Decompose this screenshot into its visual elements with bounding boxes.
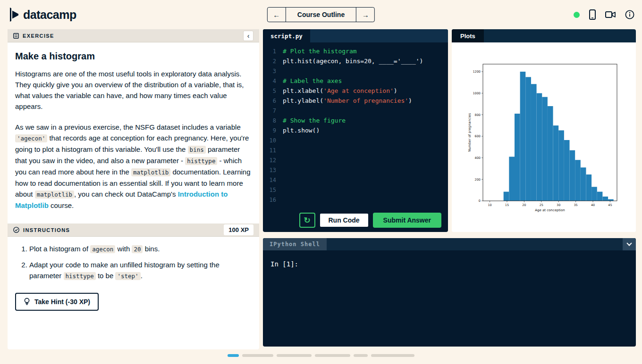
info-icon bbox=[625, 10, 634, 19]
code-line[interactable]: 14 bbox=[263, 175, 448, 185]
code-text: plt.show() bbox=[283, 127, 320, 134]
progress-segment[interactable] bbox=[228, 354, 239, 357]
take-hint-button[interactable]: Take Hint (-30 XP) bbox=[15, 293, 99, 311]
code-line[interactable]: 16 bbox=[263, 195, 448, 205]
code-text: plt.xlabel('Age at conception') bbox=[283, 87, 397, 94]
text-span: to be bbox=[96, 272, 116, 280]
code-line[interactable]: 5plt.xlabel('Age at conception') bbox=[263, 86, 448, 96]
course-outline-nav: ← Course Outline → bbox=[267, 7, 375, 22]
instructions-body: Plot a histogram of agecon with 20 bins.… bbox=[8, 237, 259, 317]
svg-text:400: 400 bbox=[475, 156, 481, 160]
datacamp-logo[interactable]: datacamp bbox=[8, 8, 76, 22]
line-number: 13 bbox=[263, 167, 276, 174]
text-span: Histograms are one of the most useful to… bbox=[15, 70, 244, 110]
reset-icon: ↻ bbox=[304, 216, 310, 225]
plot-figure: 1015202530354045020040060080010001200Age… bbox=[466, 58, 622, 220]
code-editor-panel: script.py 1# Plot the histogram2plt.hist… bbox=[263, 29, 448, 232]
text-span: , you can check out DataCamp's bbox=[74, 190, 178, 198]
svg-text:45: 45 bbox=[608, 203, 612, 207]
progress-segment[interactable] bbox=[277, 354, 312, 357]
mobile-button[interactable] bbox=[589, 9, 596, 20]
video-camera-icon bbox=[605, 11, 616, 18]
svg-text:600: 600 bbox=[475, 134, 481, 138]
histogram-plot: 1015202530354045020040060080010001200Age… bbox=[466, 58, 622, 218]
text-span: bins. bbox=[143, 245, 160, 253]
plots-panel: Plots 1015202530354045020040060080010001… bbox=[452, 29, 636, 232]
code-line[interactable]: 6plt.ylabel('Number of pregnancies') bbox=[263, 96, 448, 106]
shell-collapse-button[interactable] bbox=[623, 238, 636, 250]
line-number: 16 bbox=[263, 197, 276, 203]
course-outline-button[interactable]: Course Outline bbox=[286, 8, 356, 22]
inline-code: 'agecon' bbox=[15, 134, 47, 142]
line-number: 9 bbox=[263, 127, 276, 134]
code-line[interactable]: 3 bbox=[263, 66, 448, 76]
code-line[interactable]: 15 bbox=[263, 185, 448, 195]
text-span: . bbox=[141, 272, 143, 280]
code-line[interactable]: 9plt.show() bbox=[263, 125, 448, 135]
video-button[interactable] bbox=[605, 11, 616, 18]
exercise-body: Make a histogram Histograms are one of t… bbox=[8, 42, 259, 223]
reset-code-button[interactable]: ↻ bbox=[299, 213, 315, 228]
datacamp-logo-icon bbox=[8, 8, 20, 22]
inline-code: 20 bbox=[132, 245, 143, 253]
inline-code: agecon bbox=[90, 245, 115, 253]
lightbulb-icon bbox=[24, 298, 30, 306]
submit-answer-button[interactable]: Submit Answer bbox=[373, 213, 441, 228]
instruction-item: Plot a histogram of agecon with 20 bins. bbox=[29, 243, 252, 255]
code-line[interactable]: 11 bbox=[263, 145, 448, 155]
instructions-header: INSTRUCTIONS 100 XP bbox=[8, 223, 259, 237]
inline-code: matplotlib bbox=[131, 168, 170, 176]
inline-code: 'step' bbox=[115, 272, 140, 280]
line-number: 8 bbox=[263, 117, 276, 124]
exercise-panel-header: EXERCISE ‹ bbox=[8, 29, 259, 42]
exercise-paragraph: As we saw in a previous exercise, the NS… bbox=[15, 122, 252, 211]
code-line[interactable]: 1# Plot the histogram bbox=[263, 46, 448, 56]
tab-plots[interactable]: Plots bbox=[452, 29, 484, 42]
plots-body: 1015202530354045020040060080010001200Age… bbox=[452, 42, 636, 232]
info-button[interactable] bbox=[625, 10, 634, 19]
progress-segment[interactable] bbox=[242, 354, 273, 357]
svg-text:10: 10 bbox=[488, 203, 491, 207]
connection-status-dot bbox=[574, 12, 580, 18]
svg-text:40: 40 bbox=[591, 203, 595, 207]
code-editor[interactable]: 1# Plot the histogram2plt.hist(agecon, b… bbox=[263, 42, 448, 208]
progress-segment[interactable] bbox=[354, 354, 368, 357]
collapse-panel-button[interactable]: ‹ bbox=[243, 31, 253, 41]
mobile-icon bbox=[589, 9, 596, 20]
line-number: 7 bbox=[263, 108, 276, 114]
instructions-list: Plot a histogram of agecon with 20 bins.… bbox=[15, 243, 252, 281]
text-span: Plot a histogram of bbox=[29, 245, 90, 253]
code-line[interactable]: 7 bbox=[263, 106, 448, 116]
line-number: 4 bbox=[263, 78, 276, 84]
code-line[interactable]: 4# Label the axes bbox=[263, 76, 448, 86]
shell-console[interactable]: In [1]: bbox=[263, 250, 636, 347]
tab-script-py[interactable]: script.py bbox=[263, 29, 310, 42]
line-number: 15 bbox=[263, 187, 276, 193]
instruction-item: Adapt your code to make an unfilled hist… bbox=[29, 259, 252, 281]
line-number: 12 bbox=[263, 157, 276, 164]
code-line[interactable]: 2plt.hist(agecon, bins=20, ____='____') bbox=[263, 56, 448, 66]
run-code-button[interactable]: Run Code bbox=[319, 213, 369, 228]
tab-ipython-shell[interactable]: IPython Shell bbox=[263, 238, 327, 250]
chevron-down-icon bbox=[626, 240, 632, 246]
code-text: # Plot the histogram bbox=[283, 48, 357, 55]
code-line[interactable]: 13 bbox=[263, 165, 448, 175]
svg-text:1000: 1000 bbox=[473, 91, 481, 95]
code-line[interactable]: 8# Show the figure bbox=[263, 116, 448, 125]
exercise-progress-bar bbox=[0, 354, 642, 357]
shell-tab-bar: IPython Shell bbox=[263, 238, 636, 250]
plots-tab-bar: Plots bbox=[452, 29, 636, 42]
shell-prompt: In [1]: bbox=[270, 260, 298, 268]
svg-text:35: 35 bbox=[574, 203, 577, 207]
previous-exercise-button[interactable]: ← bbox=[268, 8, 286, 22]
svg-text:Age at conception: Age at conception bbox=[535, 208, 565, 212]
next-exercise-button[interactable]: → bbox=[356, 8, 374, 22]
line-number: 2 bbox=[263, 58, 276, 65]
svg-text:Number of pregnancies: Number of pregnancies bbox=[468, 113, 472, 152]
progress-segment[interactable] bbox=[315, 354, 350, 357]
progress-segment[interactable] bbox=[371, 354, 414, 357]
code-line[interactable]: 10 bbox=[263, 135, 448, 145]
svg-text:1200: 1200 bbox=[473, 70, 481, 74]
code-line[interactable]: 12 bbox=[263, 155, 448, 165]
text-span: course. bbox=[49, 201, 74, 209]
